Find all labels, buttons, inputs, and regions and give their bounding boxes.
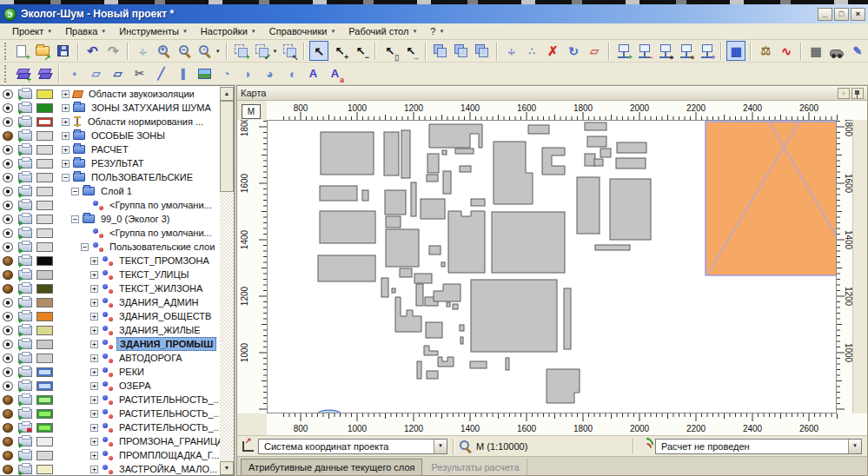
coordinate-system-select[interactable]: Система координат проекта ▼ [258,439,447,454]
building[interactable] [426,322,442,338]
expand-toggle-icon[interactable]: − [71,188,79,195]
eye-open-icon[interactable] [3,103,13,113]
building[interactable] [470,361,487,368]
lake[interactable] [316,410,342,413]
printer-icon[interactable] [18,284,32,294]
layers-scrollbar[interactable]: ▲ ▼ [220,87,234,475]
building[interactable] [461,337,463,344]
calc-status-select[interactable]: Расчет не проведен ▼ [655,439,862,454]
printer-icon[interactable] [18,103,32,113]
color-swatch[interactable] [36,381,53,391]
building[interactable] [471,280,557,352]
expand-toggle-icon[interactable]: + [90,285,98,293]
select-area[interactable]: + [232,41,251,61]
eye-closed-icon[interactable] [3,437,13,446]
building[interactable] [528,125,549,134]
expand-toggle-icon[interactable]: + [90,424,98,432]
eye-open-icon[interactable] [3,312,13,321]
expand-toggle-icon[interactable]: + [62,132,70,140]
building[interactable] [471,199,485,206]
eye-open-icon[interactable] [3,228,13,238]
building[interactable] [438,357,454,367]
eye-open-icon[interactable] [3,159,13,169]
building[interactable] [381,278,388,297]
pointer-page[interactable]: ↖▯ [381,41,400,61]
menu-item-6[interactable]: Рабочий стол▼ [341,24,423,38]
eye-closed-icon[interactable] [3,423,13,433]
layer-row[interactable]: +ЗАСТРОЙКА_МАЛО... [0,462,220,476]
menu-item-4[interactable]: Настройки▼ [194,24,262,38]
printer-icon[interactable] [18,187,32,196]
close-button[interactable]: × [851,8,865,21]
color-swatch[interactable] [36,103,53,113]
building[interactable] [320,211,375,243]
layer-row[interactable]: +ОСОБЫЕ ЗОНЫ [0,129,220,142]
transport[interactable] [827,41,846,61]
building[interactable] [542,148,565,175]
color-swatch[interactable] [36,201,53,210]
building[interactable] [427,371,438,379]
noise-source-add[interactable]: + [614,41,633,61]
zoom-in[interactable]: + [154,41,173,61]
color-swatch[interactable] [36,228,53,238]
eye-open-icon[interactable] [3,173,13,182]
eye-closed-icon[interactable] [3,256,13,266]
expand-toggle-icon[interactable]: + [62,118,70,126]
expand-toggle-icon[interactable]: + [62,146,70,154]
shape-intersect[interactable] [452,41,471,61]
eye-open-icon[interactable] [3,201,13,210]
expand-toggle-icon[interactable]: + [90,299,98,307]
building[interactable] [460,166,471,172]
measure-grid[interactable]: ▦ [726,41,745,61]
eye-closed-icon[interactable] [3,284,13,294]
layer-row[interactable]: <Группа по умолчани... [0,198,220,212]
color-swatch[interactable] [36,326,53,335]
building[interactable] [427,154,439,173]
zoom-out[interactable]: − [175,41,194,61]
color-swatch[interactable] [36,354,53,363]
color-swatch[interactable] [36,284,53,294]
noise-source-move[interactable]: + [698,41,717,61]
pointer-link[interactable]: ↖→ [401,41,421,61]
scroll-thumb[interactable] [220,101,234,192]
color-swatch[interactable] [36,367,53,377]
printer-icon[interactable] [18,201,32,210]
building[interactable] [318,255,375,281]
draw-line[interactable]: ╱ [151,63,171,83]
printer-icon[interactable] [18,340,32,349]
expand-toggle-icon[interactable]: + [90,396,98,404]
building[interactable] [577,177,600,234]
maximize-button[interactable]: □ [834,8,849,21]
building[interactable] [401,130,410,178]
layer-row[interactable]: −99_0 (Эколог 3) [0,212,220,226]
building[interactable] [610,179,651,240]
layer-row[interactable]: +РАСТИТЕЛЬНОСТЬ_... [0,407,220,420]
building[interactable] [416,284,423,306]
eye-open-icon[interactable] [3,326,13,335]
printer-icon[interactable] [18,465,32,474]
layer-row[interactable]: +ТЕКСТ_УЛИЦЫ [0,268,220,281]
color-swatch[interactable] [36,131,53,141]
scroll-up-button[interactable]: ▲ [220,87,234,101]
layer-row[interactable]: +Области нормирования ... [0,115,220,129]
layer-row[interactable]: +ТЕКСТ_ПРОМЗОНА [0,254,220,268]
pointer-subtract[interactable]: ↖− [351,41,370,61]
eye-closed-icon[interactable] [3,465,13,474]
expand-toggle-icon[interactable]: + [90,452,98,459]
color-swatch[interactable] [36,117,53,127]
layer-row[interactable]: <Группа по умолчани... [0,226,220,240]
shape-subtract[interactable] [473,41,492,61]
building[interactable] [453,304,458,309]
edit-nodes[interactable]: ∴ [522,41,541,61]
layer-row[interactable]: +РАСТИТЕЛЬНОСТЬ_... [0,420,220,434]
building[interactable] [427,175,438,182]
eye-open-icon[interactable] [3,298,13,307]
eye-open-icon[interactable] [3,89,13,99]
draw-polygon-edit[interactable]: ▱ [108,63,128,83]
color-swatch[interactable] [36,270,53,280]
scroll-down-button[interactable]: ▼ [220,461,234,475]
layer-row[interactable]: +АВТОДОРОГА [0,351,220,365]
building[interactable] [595,245,630,250]
eye-open-icon[interactable] [3,381,13,391]
building[interactable] [386,229,419,267]
